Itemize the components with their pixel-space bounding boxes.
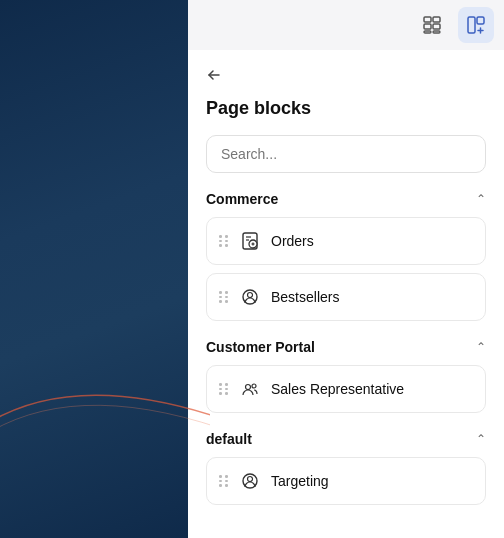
right-panel: Page blocks Commerce ⌃ (188, 0, 504, 538)
collapse-button[interactable] (206, 66, 486, 84)
section-commerce: Commerce ⌃ (206, 191, 486, 321)
bestsellers-icon (239, 286, 261, 308)
add-panel-icon (466, 15, 486, 35)
svg-rect-7 (477, 17, 484, 24)
sections-container: Commerce ⌃ (206, 191, 486, 505)
top-bar (188, 0, 504, 50)
sales-rep-icon (239, 378, 261, 400)
section-customer-portal-header[interactable]: Customer Portal ⌃ (206, 339, 486, 355)
block-item-targeting[interactable]: Targeting (206, 457, 486, 505)
grid-icon-button[interactable] (414, 7, 450, 43)
drag-handle-orders[interactable] (219, 235, 229, 247)
drag-handle-targeting[interactable] (219, 475, 229, 487)
panel-content: Page blocks Commerce ⌃ (188, 50, 504, 538)
panel-title: Page blocks (206, 98, 486, 119)
svg-rect-4 (424, 31, 431, 33)
add-panel-icon-button[interactable] (458, 7, 494, 43)
svg-rect-3 (433, 24, 440, 29)
section-default: default ⌃ (206, 431, 486, 505)
block-label-sales-rep: Sales Representative (271, 381, 404, 397)
svg-point-20 (252, 384, 256, 388)
section-commerce-title: Commerce (206, 191, 278, 207)
grid-icon (422, 15, 442, 35)
svg-rect-5 (433, 31, 440, 33)
svg-rect-1 (433, 17, 440, 22)
targeting-icon (239, 470, 261, 492)
chevron-up-icon-3: ⌃ (476, 432, 486, 446)
drag-handle-sales-rep[interactable] (219, 383, 229, 395)
block-item-sales-rep[interactable]: Sales Representative (206, 365, 486, 413)
block-item-bestsellers[interactable]: Bestsellers (206, 273, 486, 321)
block-label-bestsellers: Bestsellers (271, 289, 339, 305)
chevron-up-icon: ⌃ (476, 192, 486, 206)
section-customer-portal: Customer Portal ⌃ (206, 339, 486, 413)
svg-rect-2 (424, 24, 431, 29)
svg-point-18 (248, 293, 253, 298)
block-item-orders[interactable]: Orders (206, 217, 486, 265)
section-default-header[interactable]: default ⌃ (206, 431, 486, 447)
collapse-icon (206, 66, 224, 84)
svg-rect-0 (424, 17, 431, 22)
curve-decoration (0, 338, 210, 458)
orders-icon (239, 230, 261, 252)
section-customer-portal-title: Customer Portal (206, 339, 315, 355)
svg-point-22 (248, 477, 253, 482)
drag-handle-bestsellers[interactable] (219, 291, 229, 303)
svg-point-19 (246, 385, 251, 390)
svg-rect-6 (468, 17, 475, 33)
left-panel (0, 0, 188, 538)
search-input[interactable] (206, 135, 486, 173)
block-label-targeting: Targeting (271, 473, 329, 489)
chevron-up-icon-2: ⌃ (476, 340, 486, 354)
block-label-orders: Orders (271, 233, 314, 249)
section-default-title: default (206, 431, 252, 447)
section-commerce-header[interactable]: Commerce ⌃ (206, 191, 486, 207)
